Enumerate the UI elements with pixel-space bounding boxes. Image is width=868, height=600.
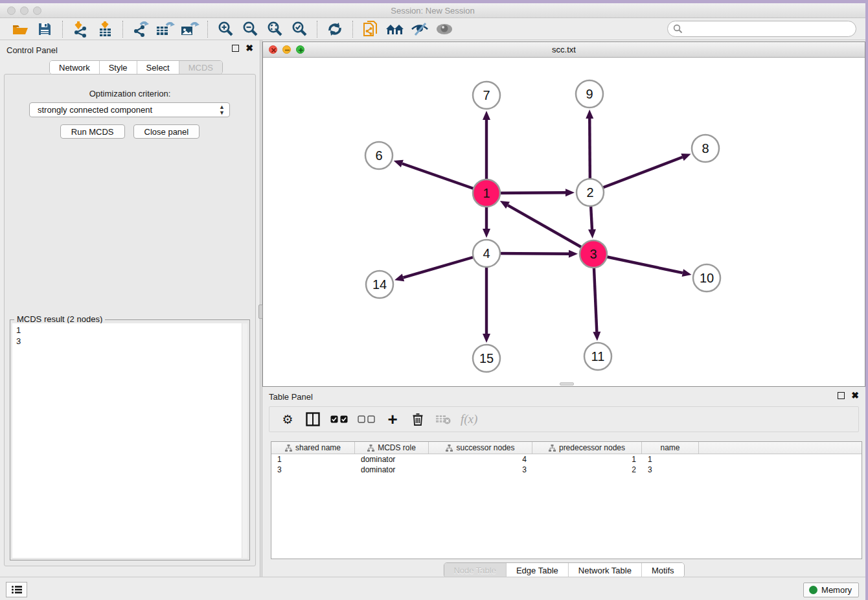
graph-node-label-2: 2 — [586, 185, 593, 200]
statusbar: Memory — [0, 577, 865, 600]
table-row[interactable]: 3dominator323 — [271, 465, 862, 475]
control-panel-tabbar: NetworkStyleSelectMCDS — [49, 60, 223, 75]
cell-r1-MCDS-role[interactable]: dominator — [355, 465, 429, 475]
table-panel: Table Panel ✖ ⚙ + — [262, 389, 865, 580]
deselect-all-icon[interactable] — [358, 411, 375, 428]
column-header-name[interactable]: name — [642, 442, 699, 454]
network-title: scc.txt — [263, 45, 865, 54]
settings-gear-icon[interactable]: ⚙ — [280, 411, 295, 428]
zoom-out-icon[interactable] — [240, 20, 260, 38]
edge-arrow-2-3 — [588, 229, 596, 238]
close-panel-button[interactable]: Close panel — [133, 124, 200, 139]
table-panel-title: Table Panel — [269, 392, 313, 402]
column-tree-icon — [446, 444, 453, 452]
zoom-fit-icon[interactable] — [265, 20, 284, 38]
export-network-icon[interactable] — [131, 20, 150, 38]
cell-r1-name[interactable]: 3 — [642, 465, 699, 475]
export-table-icon[interactable] — [155, 20, 175, 38]
graph-node-label-14: 14 — [372, 277, 387, 292]
graph-node-label-10: 10 — [700, 271, 714, 285]
column-header-label: predecessor nodes — [559, 443, 625, 452]
column-layout-icon[interactable] — [305, 411, 321, 428]
edge-arrow-1-7 — [483, 111, 490, 120]
canvas-scroll-thumb[interactable] — [560, 382, 574, 386]
edge-arrow-2-9 — [586, 110, 593, 119]
close-panel-icon[interactable]: ✖ — [246, 45, 253, 52]
hide-selected-icon[interactable] — [410, 20, 429, 38]
list-icon — [11, 585, 23, 594]
tab-edge-table[interactable]: Edge Table — [507, 563, 569, 577]
copy-network-icon[interactable] — [361, 20, 380, 38]
memory-button[interactable]: Memory — [803, 583, 859, 597]
column-header-shared-name[interactable]: shared name — [271, 442, 355, 454]
dropdown-stepper-icon: ▲▼ — [219, 104, 225, 116]
tab-network[interactable]: Network — [50, 61, 100, 74]
import-network-icon[interactable] — [71, 20, 90, 38]
column-header-successor-nodes[interactable]: successor nodes — [429, 442, 532, 454]
graph-node-label-9: 9 — [586, 87, 593, 101]
import-table-icon[interactable] — [95, 20, 115, 38]
network-canvas[interactable]: 7968124314101511 — [263, 58, 865, 386]
zoom-in-icon[interactable] — [216, 20, 235, 38]
window-title: Session: New Session — [0, 6, 865, 16]
tab-mcds[interactable]: MCDS — [179, 61, 222, 74]
control-panel-title: Control Panel — [6, 45, 58, 55]
column-header-MCDS-role[interactable]: MCDS role — [355, 442, 429, 454]
table-row[interactable]: 1dominator411 — [271, 454, 862, 465]
cell-r0-name[interactable]: 1 — [642, 454, 699, 465]
tab-select[interactable]: Select — [137, 61, 179, 74]
tab-network-table[interactable]: Network Table — [569, 563, 642, 577]
network-graph[interactable]: 7968124314101511 — [263, 58, 865, 386]
tab-style[interactable]: Style — [100, 61, 137, 74]
float-table-panel-icon[interactable] — [838, 392, 845, 399]
result-scrollbar[interactable] — [242, 323, 247, 558]
select-all-icon[interactable] — [330, 411, 348, 428]
edge-2-8[interactable] — [590, 157, 683, 192]
toolbar-separator — [62, 21, 63, 38]
mcds-result-text[interactable]: 1 3 — [12, 323, 242, 558]
column-header-label: name — [660, 443, 680, 452]
edge-arrow-3-11 — [593, 332, 600, 341]
export-image-icon[interactable] — [180, 20, 200, 38]
graph-node-label-3: 3 — [589, 247, 597, 261]
network-frame-titlebar[interactable]: scc.txt — [263, 42, 865, 58]
cell-r1-predecessor-nodes[interactable]: 2 — [532, 465, 642, 475]
mcds-result-title: MCDS result (2 nodes) — [14, 314, 105, 324]
float-panel-icon[interactable] — [232, 45, 239, 52]
show-all-icon[interactable] — [435, 20, 454, 38]
cytoscape-window: Session: New Session — [0, 3, 865, 600]
graph-node-label-8: 8 — [702, 141, 709, 156]
close-table-panel-icon[interactable]: ✖ — [851, 392, 859, 399]
graph-node-label-15: 15 — [479, 351, 494, 365]
edge-3-1[interactable] — [508, 205, 593, 254]
search-input[interactable] — [683, 23, 856, 36]
delete-table-icon[interactable] — [435, 411, 451, 428]
table-toolbar: ⚙ + f(x) — [269, 406, 859, 432]
cell-r1-shared-name[interactable]: 3 — [271, 465, 355, 475]
refresh-icon[interactable] — [325, 20, 345, 38]
delete-column-icon[interactable] — [410, 411, 426, 428]
cell-r0-successor-nodes[interactable]: 4 — [429, 454, 532, 465]
cell-r1-successor-nodes[interactable]: 3 — [429, 465, 532, 475]
show-panel-list-button[interactable] — [6, 582, 27, 597]
criterion-value: strongly connected component — [38, 105, 152, 115]
mcds-panel: Optimization criterion: strongly connect… — [4, 74, 256, 566]
titlebar[interactable]: Session: New Session — [0, 3, 865, 18]
column-header-predecessor-nodes[interactable]: predecessor nodes — [532, 442, 642, 454]
cell-r0-shared-name[interactable]: 1 — [271, 454, 355, 465]
edge-arrow-4-14 — [394, 274, 404, 282]
cell-r0-MCDS-role[interactable]: dominator — [355, 454, 429, 465]
add-column-icon[interactable]: + — [385, 411, 400, 428]
criterion-dropdown[interactable]: strongly connected component ▲▼ — [29, 102, 230, 117]
column-header-label: successor nodes — [456, 443, 514, 452]
open-session-icon[interactable] — [10, 20, 30, 38]
cell-r0-predecessor-nodes[interactable]: 1 — [532, 454, 642, 465]
tab-motifs[interactable]: Motifs — [642, 563, 684, 577]
save-session-icon[interactable] — [35, 20, 54, 38]
run-mcds-button[interactable]: Run MCDS — [60, 124, 125, 139]
zoom-selected-icon[interactable] — [290, 20, 309, 38]
quick-search-field[interactable] — [667, 21, 856, 37]
first-neighbors-icon[interactable] — [385, 20, 405, 38]
tab-node-table[interactable]: Node Table — [444, 563, 507, 577]
function-builder-icon[interactable]: f(x) — [461, 411, 477, 428]
